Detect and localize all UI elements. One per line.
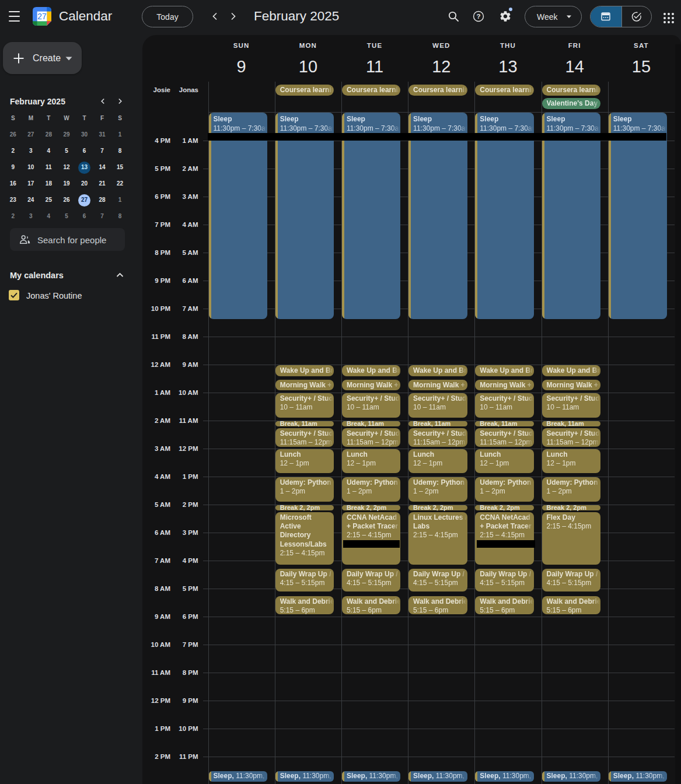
svg-text:27: 27 [37, 12, 46, 21]
svg-text:?: ? [477, 13, 481, 20]
